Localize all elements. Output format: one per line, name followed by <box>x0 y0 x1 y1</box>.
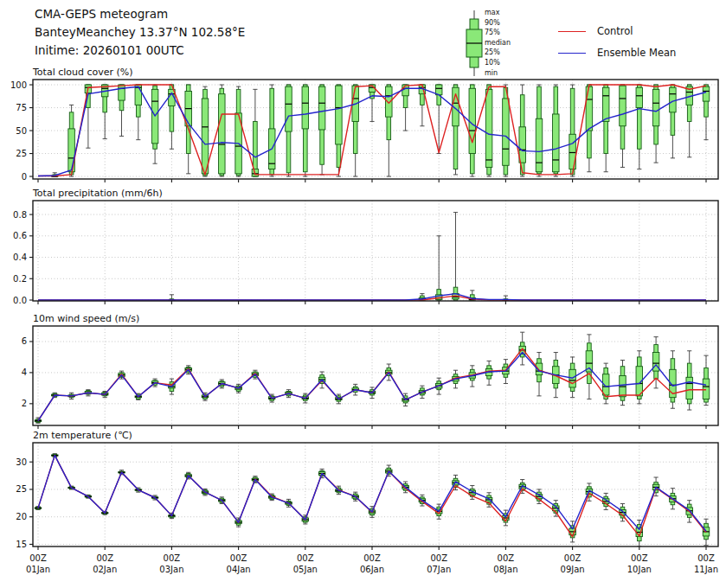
box-25-75 <box>386 86 393 117</box>
y-tick-label: 0.4 <box>13 252 27 262</box>
box-25-75 <box>536 118 543 171</box>
box-25-75 <box>202 99 209 174</box>
y-tick-label: 2 <box>22 399 27 408</box>
x-tick-date-label: 08Jan <box>493 565 517 574</box>
box-25-75 <box>503 99 510 165</box>
x-tick-time-label: 00Z <box>96 553 113 563</box>
box-25-75 <box>586 86 593 131</box>
x-tick-date-label: 01Jan <box>26 565 50 574</box>
box-25-75 <box>485 89 492 167</box>
box-25-75 <box>286 86 292 131</box>
meteogram-panels: Total cloud cover (%)0255075100Total pre… <box>0 0 726 588</box>
box-25-75 <box>636 87 643 107</box>
panel-0: Total cloud cover (%)0255075100 <box>10 67 718 182</box>
y-tick-label: 6 <box>22 336 27 346</box>
y-tick-label: 0.0 <box>13 296 27 305</box>
panel-title-3: 2m temperature (℃) <box>33 430 132 441</box>
y-tick-label: 0.6 <box>13 231 27 240</box>
box-25-75 <box>219 94 225 174</box>
x-tick-date-label: 05Jan <box>293 565 318 574</box>
y-tick-label: 75 <box>16 103 27 112</box>
panel-title-1: Total precipitation (mm/6h) <box>32 188 163 199</box>
box-25-75 <box>652 89 659 125</box>
panel-title-0: Total cloud cover (%) <box>32 67 133 78</box>
box-25-75 <box>620 86 626 126</box>
box-25-75 <box>703 86 710 101</box>
y-tick-label: 15 <box>16 540 27 549</box>
x-tick-time-label: 00Z <box>631 553 648 563</box>
panel-frame <box>33 443 718 546</box>
y-tick-label: 30 <box>16 457 27 467</box>
panel-frame <box>33 201 718 301</box>
y-tick-label: 0.8 <box>13 210 27 220</box>
x-tick-time-label: 00Z <box>164 553 181 563</box>
box-25-75 <box>686 377 693 399</box>
x-tick-date-label: 04Jan <box>227 565 251 574</box>
x-tick-time-label: 00Z <box>564 553 581 563</box>
y-tick-label: 20 <box>16 512 27 521</box>
box-25-75 <box>336 86 343 144</box>
x-tick-time-label: 00Z <box>297 553 314 563</box>
x-tick-time-label: 00Z <box>498 553 515 563</box>
x-tick-date-label: 06Jan <box>360 565 384 574</box>
panel-2: 10m wind speed (m/s)246 <box>22 313 718 429</box>
meteogram-figure: CMA-GEPS meteogram BanteyMeanchey 13.37°… <box>0 0 726 588</box>
x-tick-date-label: 10Jan <box>627 565 652 574</box>
y-tick-label: 4 <box>22 368 27 377</box>
box-25-75 <box>703 379 710 399</box>
panel-3: 2m temperature (℃)15202530 <box>16 430 718 550</box>
box-25-75 <box>553 114 560 172</box>
box-25-75 <box>302 86 309 129</box>
box-25-75 <box>519 127 526 163</box>
x-tick-time-label: 00Z <box>230 553 247 563</box>
y-tick-label: 0.2 <box>13 274 27 284</box>
y-tick-label: 50 <box>16 126 27 136</box>
x-tick-date-label: 02Jan <box>93 565 117 574</box>
x-tick-date-label: 03Jan <box>159 565 183 574</box>
box-25-75 <box>670 87 677 112</box>
box-25-75 <box>318 86 325 130</box>
x-tick-time-label: 00Z <box>697 553 715 563</box>
x-tick-date-label: 09Jan <box>561 565 585 574</box>
x-tick-date-label: 07Jan <box>427 565 451 574</box>
box-25-75 <box>469 88 476 153</box>
panel-frame <box>33 326 718 425</box>
x-tick-date-label: 11Jan <box>694 565 718 574</box>
panel-1: Total precipitation (mm/6h)0.00.20.40.60… <box>13 188 718 305</box>
y-tick-label: 0 <box>22 172 27 182</box>
panel-title-2: 10m wind speed (m/s) <box>33 313 139 324</box>
x-tick-time-label: 00Z <box>430 553 447 563</box>
box-25-75 <box>119 85 125 100</box>
y-tick-label: 25 <box>16 149 27 158</box>
y-tick-label: 25 <box>16 484 27 494</box>
y-tick-label: 100 <box>10 80 27 90</box>
x-tick-time-label: 00Z <box>29 553 47 563</box>
box-25-75 <box>602 87 609 121</box>
x-tick-time-label: 00Z <box>363 553 381 563</box>
